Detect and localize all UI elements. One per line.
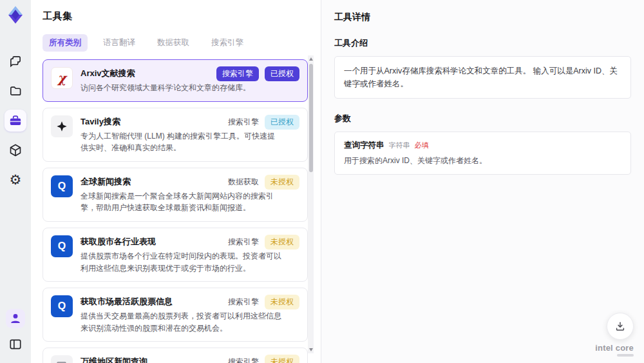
category-label: 数据获取 — [228, 177, 259, 188]
news-search-logo-icon: Q — [51, 175, 73, 197]
intro-heading: 工具介绍 — [334, 37, 631, 49]
layout-panel-icon[interactable] — [5, 333, 26, 355]
param-type: 字符串 — [389, 141, 410, 150]
auth-badge: 未授权 — [265, 235, 299, 250]
gear-glyph: ⚙ — [10, 173, 22, 187]
arxiv-logo-icon: χ — [51, 67, 73, 89]
tab-language-translation[interactable]: 语言翻译 — [97, 34, 142, 52]
tool-badges: 搜索引擎 已授权 — [216, 66, 299, 81]
tool-title: 万维地区新闻查询 — [80, 356, 251, 363]
toolbox-icon[interactable] — [5, 110, 26, 132]
tool-list: χ Arxiv文献搜索 访问各个研究领域大量科学论文和文章的存储库。 搜索引擎 … — [43, 59, 308, 363]
user-icon[interactable] — [6, 309, 25, 328]
tool-card-most-active-stocks[interactable]: Q 获取市场最活跃股票信息 提供当天交易量最高的股票列表，投资者可以利用这些信息… — [43, 288, 308, 342]
tool-description: 专为人工智能代理 (LLM) 构建的搜索引擎工具。可快速提供实时、准确和真实的结… — [80, 130, 281, 154]
page-title: 工具集 — [43, 10, 321, 23]
category-label: 搜索引擎 — [228, 297, 259, 308]
settings-icon[interactable]: ⚙ — [5, 169, 26, 191]
auth-badge: 已授权 — [265, 66, 299, 81]
auth-badge: 未授权 — [265, 355, 299, 363]
tool-description: 访问各个研究领域大量科学论文和文章的存储库。 — [80, 82, 251, 94]
detail-title: 工具详情 — [334, 12, 631, 23]
scroll-down-arrow-icon[interactable] — [309, 348, 313, 351]
tool-list-panel: 工具集 所有类别 语言翻译 数据获取 搜索引擎 χ Arxiv文献搜索 访问各个… — [31, 0, 321, 363]
chat-icon[interactable] — [5, 50, 26, 72]
folder-icon[interactable] — [5, 80, 26, 102]
sidebar-bottom — [0, 309, 31, 355]
param-description: 用于搜索的Arxiv ID、关键字或作者姓名。 — [344, 155, 621, 166]
download-button[interactable] — [607, 313, 634, 340]
tool-badges: 搜索引擎 未授权 — [228, 355, 299, 363]
category-tabs: 所有类别 语言翻译 数据获取 搜索引擎 — [43, 34, 321, 52]
category-badge: 搜索引擎 — [216, 66, 259, 81]
scroll-up-arrow-icon[interactable] — [309, 57, 313, 61]
tool-detail-panel: 工具详情 工具介绍 一个用于从Arxiv存储库搜索科学论文和文章的工具。 输入可… — [321, 0, 644, 363]
brand-text: intel core — [595, 343, 634, 353]
tool-badges: 数据获取 未授权 — [228, 175, 299, 190]
param-box: 查询字符串 字符串 必填 用于搜索的Arxiv ID、关键字或作者姓名。 — [334, 132, 631, 175]
tool-card-regional-news[interactable]: 万维地区新闻查询 查询具体行政区划内的新闻，快速了解各地新闻动 搜索引擎 未授权 — [43, 348, 308, 363]
stock-tool-logo-icon: Q — [51, 235, 73, 257]
tavily-logo-icon — [51, 115, 73, 137]
intel-core-logo: intel core — [595, 343, 634, 357]
param-required-flag: 必填 — [415, 141, 429, 150]
stock-tool-logo-icon: Q — [51, 295, 73, 317]
tool-description: 提供当天交易量最高的股票列表，投资者可以利用这些信息来识别流动性强的股票和潜在的… — [80, 310, 281, 334]
auth-badge: 未授权 — [265, 175, 299, 190]
params-heading: 参数 — [334, 113, 631, 124]
category-label: 搜索引擎 — [228, 237, 259, 248]
tool-description: 全球新闻搜索是一个聚合全球各大新闻网站内容的搜索引擎，帮助用户快速获取全球最新资… — [80, 190, 281, 214]
intro-text: 一个用于从Arxiv存储库搜索科学论文和文章的工具。 输入可以是Arxiv ID… — [344, 64, 621, 90]
tool-badges: 搜索引擎 未授权 — [228, 235, 299, 250]
left-sidebar: ⚙ — [0, 0, 31, 363]
auth-badge: 已授权 — [265, 115, 299, 130]
sidebar-nav: ⚙ — [0, 50, 31, 191]
tool-badges: 搜索引擎 未授权 — [228, 295, 299, 309]
tool-card-tavily[interactable]: Tavily搜索 专为人工智能代理 (LLM) 构建的搜索引擎工具。可快速提供实… — [43, 108, 308, 162]
tool-card-arxiv[interactable]: χ Arxiv文献搜索 访问各个研究领域大量科学论文和文章的存储库。 搜索引擎 … — [43, 59, 308, 102]
scrollbar-thumb[interactable] — [309, 64, 313, 172]
intro-box: 一个用于从Arxiv存储库搜索科学论文和文章的工具。 输入可以是Arxiv ID… — [334, 56, 631, 99]
tool-description: 提供股票市场各个行业在特定时间段内的表现。投资者可以利用这些信息来识别表现优于或… — [80, 250, 281, 274]
category-label: 搜索引擎 — [228, 357, 259, 363]
tab-data-acquisition[interactable]: 数据获取 — [151, 34, 196, 52]
list-scrollbar[interactable] — [308, 55, 314, 353]
tool-badges: 搜索引擎 已授权 — [228, 115, 299, 130]
param-name: 查询字符串 — [344, 140, 384, 151]
package-icon[interactable] — [5, 139, 26, 161]
tab-all-categories[interactable]: 所有类别 — [43, 34, 88, 52]
tool-card-global-news[interactable]: Q 全球新闻搜索 全球新闻搜索是一个聚合全球各大新闻网站内容的搜索引擎，帮助用户… — [43, 168, 308, 222]
newspaper-icon — [51, 355, 73, 363]
auth-badge: 未授权 — [265, 295, 299, 309]
category-label: 搜索引擎 — [228, 117, 259, 128]
param-header: 查询字符串 字符串 必填 — [344, 140, 621, 151]
brand-sub-mark — [617, 354, 634, 357]
app-logo-icon[interactable] — [6, 5, 25, 25]
tool-card-sector-performance[interactable]: Q 获取股市各行业表现 提供股票市场各个行业在特定时间段内的表现。投资者可以利用… — [43, 228, 308, 282]
tab-search-engine[interactable]: 搜索引擎 — [205, 34, 250, 52]
